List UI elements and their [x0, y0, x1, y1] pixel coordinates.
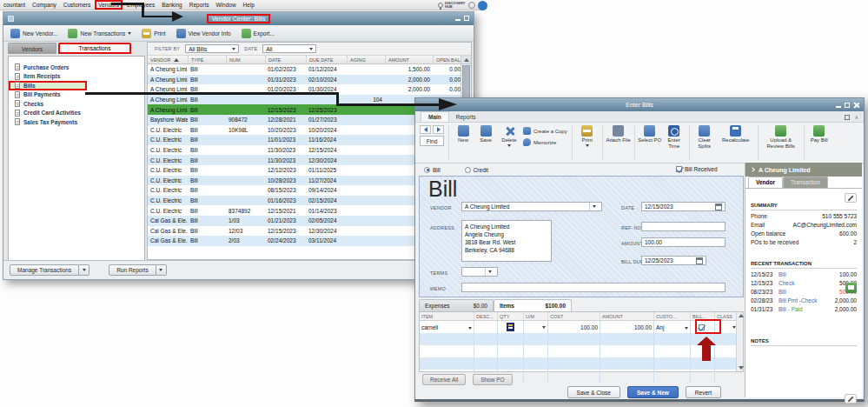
credit-radio[interactable]: Credit	[465, 167, 488, 173]
column-header-amount[interactable]: AMOUNT	[385, 56, 433, 64]
table-row[interactable]: A Cheung Limi...Bill01/31/202302/10/2024…	[148, 75, 461, 85]
item-cell[interactable]: carnell	[420, 321, 474, 333]
memo-field[interactable]	[461, 283, 726, 292]
table-row[interactable]: C.U. ElectricBill837489212/15/202101/14/…	[148, 205, 461, 216]
scroll-down-icon[interactable]	[739, 366, 744, 370]
print-button[interactable]: Print	[142, 29, 165, 38]
close-icon[interactable]	[853, 102, 859, 108]
table-row[interactable]: A Cheung Limi...Bill12/15/202312/25/2023	[148, 104, 461, 115]
panel-tab-vendor[interactable]: Vendor	[748, 177, 783, 188]
desc-cell[interactable]	[474, 321, 497, 333]
receive-all-button[interactable]: Receive All	[422, 374, 466, 385]
table-row[interactable]: Cal Gas & Ele...Bill1/0301/21/202302/05/…	[148, 216, 461, 226]
transaction-link[interactable]: Check	[779, 280, 794, 286]
menu-vendors[interactable]: Vendors	[95, 0, 123, 10]
maximize-icon[interactable]	[464, 16, 469, 21]
grid-column-header-custo[interactable]: CUSTO...	[653, 312, 690, 321]
table-row[interactable]: Cal Gas & Ele...Bill2/0302/24/202303/11/…	[148, 236, 461, 246]
column-header-aging[interactable]: AGING	[347, 56, 385, 64]
um-cell[interactable]	[523, 321, 547, 333]
column-header-num[interactable]: NUM	[226, 56, 265, 64]
items-grid-scrollbar[interactable]	[736, 312, 743, 371]
help-circle-icon[interactable]	[478, 1, 487, 10]
new-transactions-button[interactable]: New Transactions	[68, 29, 131, 38]
grid-column-header-amount[interactable]: AMOUNT	[600, 312, 653, 321]
table-row[interactable]: Cal Gas & Ele...Bill12/0312/15/202312/30…	[148, 226, 461, 237]
open-balance-value[interactable]: 600.00	[839, 230, 857, 237]
enter-time-button[interactable]: Enter Time	[662, 125, 686, 149]
pos-value[interactable]: 2	[853, 239, 857, 245]
qty-cell[interactable]	[497, 321, 523, 333]
menu-countant[interactable]: countant	[0, 2, 29, 8]
email-value[interactable]: AC@CheungLimited.com	[793, 222, 857, 228]
table-row[interactable]: A Cheung Limi...Bill01/02/202301/12/2024…	[148, 64, 461, 75]
collapse-ribbon-icon[interactable]: ∧	[855, 114, 858, 120]
menu-company[interactable]: Company	[29, 2, 60, 8]
delete-button[interactable]: Delete	[497, 125, 521, 147]
calendar-icon[interactable]	[696, 257, 703, 264]
calendar-icon[interactable]	[715, 204, 722, 210]
discovery-hub-button[interactable]: DISCOVERY HUB	[438, 2, 466, 9]
collapse-panel-icon[interactable]	[750, 167, 755, 172]
transaction-link[interactable]: Bill	[779, 271, 786, 277]
window-menu-icon[interactable]	[8, 16, 14, 22]
attach-file-button[interactable]: Attach File	[606, 125, 632, 143]
quick-report-icon[interactable]	[845, 283, 857, 293]
table-row[interactable]: C.U. ElectricBill10/28/202311/27/20242	[148, 176, 461, 186]
run-reports-dropdown[interactable]	[156, 264, 167, 276]
customer-cell[interactable]: Anj	[653, 321, 690, 333]
column-header-duedate[interactable]: DUE DATE	[306, 56, 347, 64]
transaction-link[interactable]: Bill	[779, 306, 786, 312]
scroll-up-icon[interactable]	[739, 314, 744, 317]
grid-column-header-desc[interactable]: DESC...	[474, 312, 497, 321]
previous-icon[interactable]	[420, 125, 431, 134]
terms-field[interactable]	[461, 267, 498, 277]
print-button[interactable]: Print	[575, 125, 600, 147]
sidebar-item-item-receipts[interactable]: Item Receipts	[9, 72, 144, 82]
table-row[interactable]: C.U. ElectricBill01/16/202302/15/20243	[148, 196, 461, 206]
date-filter-select[interactable]: All	[262, 44, 316, 53]
edit-vendor-button[interactable]	[845, 193, 857, 203]
new-button[interactable]: New	[452, 125, 474, 143]
sidebar-item-sales-tax-payments[interactable]: Sales Tax Payments	[9, 117, 144, 127]
expand-ribbon-icon[interactable]	[845, 115, 850, 120]
grid-column-header-cost[interactable]: COST	[547, 312, 600, 321]
save-new-button[interactable]: Save & New	[627, 386, 679, 398]
menu-reports[interactable]: Reports	[186, 2, 213, 8]
column-header-type[interactable]: TYPE	[188, 56, 226, 64]
show-po-button[interactable]: Show PO	[473, 374, 512, 385]
view-vendor-info-button[interactable]: View Vendor Info	[176, 29, 231, 38]
items-grid-empty-row[interactable]	[420, 333, 736, 345]
tab-main[interactable]: Main	[421, 111, 449, 122]
find-button[interactable]: Find	[420, 136, 444, 146]
tab-vendors[interactable]: Vendors	[8, 43, 56, 54]
table-row[interactable]: C.U. ElectricBill11/30/202312/30/20245	[148, 155, 461, 165]
new-vendor-button[interactable]: New Vendor...	[10, 29, 57, 38]
table-row[interactable]: C.U. ElectricBill10K98L10/20/202310/20/2…	[148, 125, 461, 136]
export-button[interactable]: Export...	[242, 29, 275, 38]
tab-expenses[interactable]: Expenses $0.00	[419, 299, 494, 311]
menu-window[interactable]: Window	[212, 2, 239, 8]
edit-notes-button[interactable]	[845, 394, 857, 404]
menu-banking[interactable]: Banking	[158, 2, 186, 8]
bill-received-checkbox[interactable]: Bill Received	[676, 166, 718, 172]
select-po-button[interactable]: Select PO	[638, 125, 662, 143]
table-row[interactable]: Bayshore WaterBill90847212/28/202101/27/…	[148, 115, 461, 125]
minimize-icon[interactable]	[836, 106, 841, 108]
save-close-button[interactable]: Save & Close	[567, 386, 620, 398]
grid-column-header-qty[interactable]: QTY	[497, 312, 523, 321]
transaction-link[interactable]: Bill	[779, 289, 786, 295]
sidebar-item-checks[interactable]: Checks	[9, 99, 144, 109]
upload-review-bills-button[interactable]: Upload & Review Bills	[761, 125, 801, 149]
vendor-field[interactable]: A Cheung Limited	[461, 202, 602, 211]
table-row[interactable]: C.U. ElectricBill11/30/202312/15/20241,5	[148, 145, 461, 156]
tab-items[interactable]: Items $100.00	[494, 299, 572, 311]
table-row[interactable]: C.U. ElectricBill12/12/202301/11/20252	[148, 165, 461, 176]
table-row[interactable]: C.U. ElectricBill11/01/202311/16/20244	[148, 135, 461, 145]
items-grid-row[interactable]: carnell 100.00 100.00 Anj	[420, 321, 736, 333]
manage-transactions-dropdown[interactable]	[79, 264, 89, 276]
amount-due-field[interactable]: 100.00	[641, 237, 726, 247]
menu-customers[interactable]: Customers	[60, 2, 94, 8]
amount-cell[interactable]: 100.00	[600, 321, 653, 333]
items-grid-empty-row[interactable]	[420, 345, 736, 357]
